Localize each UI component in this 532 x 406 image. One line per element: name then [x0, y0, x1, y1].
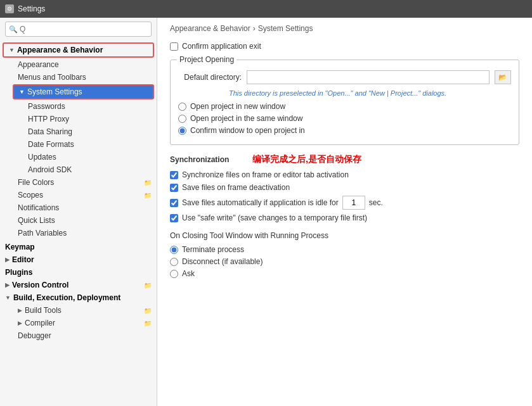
sidebar-item-label: Appearance	[18, 60, 59, 69]
breadcrumb-separator: ›	[253, 24, 256, 33]
sidebar-item-keymap[interactable]: Keymap	[0, 241, 157, 253]
sidebar-item-quick-lists[interactable]: Quick Lists	[0, 214, 157, 227]
sidebar-item-appearance-behavior[interactable]: Appearance & Behavior	[3, 42, 154, 58]
sidebar-item-label: Appearance & Behavior	[17, 46, 103, 54]
sidebar-item-label: Data Sharing	[28, 127, 72, 136]
confirm-window-row: Confirm window to open project in	[178, 126, 511, 135]
sidebar-item-build-tools[interactable]: Build Tools 📁	[0, 304, 157, 317]
arrow-right-icon	[18, 320, 22, 326]
sidebar-item-system-settings[interactable]: System Settings	[13, 84, 154, 99]
title-bar: ⚙ Settings	[0, 0, 532, 18]
closing-tool-section: On Closing Tool Window with Running Proc…	[170, 231, 519, 278]
sidebar-item-compiler[interactable]: Compiler 📁	[0, 317, 157, 329]
sidebar-item-label: Path Variables	[18, 229, 67, 238]
sidebar-item-label: Build Tools	[25, 306, 62, 315]
sidebar-item-data-sharing[interactable]: Data Sharing	[0, 125, 157, 138]
sync-files-checkbox[interactable]	[170, 171, 178, 179]
disconnect-radio[interactable]	[170, 258, 178, 266]
sidebar-item-appearance[interactable]: Appearance	[0, 58, 157, 71]
sidebar-item-updates[interactable]: Updates	[0, 151, 157, 163]
terminate-row: Terminate process	[170, 245, 519, 254]
sidebar-item-label: Date Formats	[28, 140, 74, 149]
folder-browse-icon: 📂	[498, 73, 507, 82]
sec-label: sec.	[369, 198, 383, 207]
sidebar-item-label: File Colors	[18, 178, 54, 187]
sidebar-item-build-execution-deployment[interactable]: Build, Execution, Deployment	[0, 291, 157, 304]
arrow-down-icon	[5, 295, 11, 301]
sidebar-item-label: Build, Execution, Deployment	[13, 293, 120, 302]
open-same-window-label: Open project in the same window	[190, 114, 302, 123]
confirm-window-radio[interactable]	[178, 127, 186, 135]
hint-text: This directory is preselected in "Open..…	[229, 89, 511, 97]
confirm-exit-checkbox[interactable]	[170, 42, 178, 51]
search-box[interactable]: 🔍	[5, 22, 152, 37]
sidebar-item-label: Compiler	[25, 319, 55, 327]
search-icon: 🔍	[9, 25, 18, 34]
title-bar-text: Settings	[18, 4, 45, 13]
sync-files-label: Synchronize files on frame or editor tab…	[182, 170, 349, 179]
sidebar-item-label: Keymap	[5, 243, 35, 251]
arrow-down-icon	[19, 89, 25, 95]
sidebar-item-label: Plugins	[5, 268, 32, 277]
sidebar-item-file-colors[interactable]: File Colors 📁	[0, 176, 157, 189]
sidebar-item-label: Debugger	[18, 331, 51, 340]
folder-icon: 📁	[144, 192, 152, 199]
save-deactivation-label: Save files on frame deactivation	[182, 183, 290, 192]
sidebar-item-date-formats[interactable]: Date Formats	[0, 138, 157, 151]
sidebar-item-label: Passwords	[28, 102, 65, 111]
synchronization-section: Synchronization 编译完成之后,是否自动保存 Synchroniz…	[170, 154, 519, 222]
sidebar-item-notifications[interactable]: Notifications	[0, 201, 157, 214]
open-new-window-row: Open project in new window	[178, 102, 511, 111]
sync-files-row: Synchronize files on frame or editor tab…	[170, 170, 519, 179]
folder-icon: 📁	[144, 320, 152, 327]
safe-write-checkbox[interactable]	[170, 214, 178, 222]
sidebar-item-scopes[interactable]: Scopes 📁	[0, 189, 157, 201]
search-input[interactable]	[20, 25, 148, 34]
default-dir-input[interactable]	[247, 70, 490, 84]
sidebar-item-label: Notifications	[18, 203, 59, 212]
ask-radio[interactable]	[170, 270, 178, 278]
save-idle-checkbox[interactable]	[170, 199, 178, 207]
project-opening-group: Project Opening Default directory: 📂 Thi…	[170, 60, 519, 145]
sidebar-item-menus-toolbars[interactable]: Menus and Toolbars	[0, 71, 157, 84]
sidebar-item-editor[interactable]: Editor	[0, 253, 157, 266]
sidebar-item-path-variables[interactable]: Path Variables	[0, 227, 157, 239]
idle-time-input[interactable]	[342, 196, 365, 210]
open-same-window-radio[interactable]	[178, 115, 186, 123]
annotation-text: 编译完成之后,是否自动保存	[252, 154, 361, 165]
open-new-window-radio[interactable]	[178, 103, 186, 111]
folder-icon: 📁	[144, 179, 152, 186]
default-dir-row: Default directory: 📂	[178, 70, 511, 84]
confirm-exit-label: Confirm application exit	[182, 42, 261, 51]
breadcrumb: Appearance & Behavior › System Settings	[170, 24, 519, 33]
sidebar-item-label: HTTP Proxy	[28, 115, 69, 124]
sidebar-item-label: Android SDK	[28, 165, 72, 174]
folder-icon: 📁	[144, 282, 152, 289]
safe-write-row: Use "safe write" (save changes to a temp…	[170, 213, 519, 222]
sidebar-item-plugins[interactable]: Plugins	[0, 266, 157, 279]
sidebar-item-debugger[interactable]: Debugger	[0, 329, 157, 342]
sidebar-item-android-sdk[interactable]: Android SDK	[0, 163, 157, 176]
sidebar-tree: Appearance & Behavior Appearance Menus a…	[0, 41, 157, 406]
folder-icon: 📁	[144, 307, 152, 314]
arrow-right-icon	[18, 307, 22, 314]
save-deactivation-checkbox[interactable]	[170, 184, 178, 192]
save-idle-label: Save files automatically if application …	[182, 198, 339, 207]
sidebar-item-http-proxy[interactable]: HTTP Proxy	[0, 113, 157, 125]
arrow-down-icon	[9, 47, 15, 53]
synchronization-title: Synchronization	[170, 155, 246, 164]
arrow-right-icon	[5, 282, 10, 288]
terminate-radio[interactable]	[170, 246, 178, 254]
disconnect-row: Disconnect (if available)	[170, 257, 519, 266]
sidebar-item-version-control[interactable]: Version Control 📁	[0, 279, 157, 291]
arrow-right-icon	[5, 257, 10, 263]
disconnect-label: Disconnect (if available)	[182, 257, 263, 266]
sidebar-item-passwords[interactable]: Passwords	[0, 100, 157, 113]
sidebar-item-label: Scopes	[18, 191, 43, 200]
browse-folder-button[interactable]: 📂	[495, 70, 511, 84]
save-idle-row: Save files automatically if application …	[170, 196, 519, 210]
open-new-window-label: Open project in new window	[190, 102, 285, 111]
breadcrumb-part2: System Settings	[258, 24, 313, 33]
sidebar-item-label: Updates	[28, 153, 56, 162]
safe-write-label: Use "safe write" (save changes to a temp…	[182, 213, 367, 222]
